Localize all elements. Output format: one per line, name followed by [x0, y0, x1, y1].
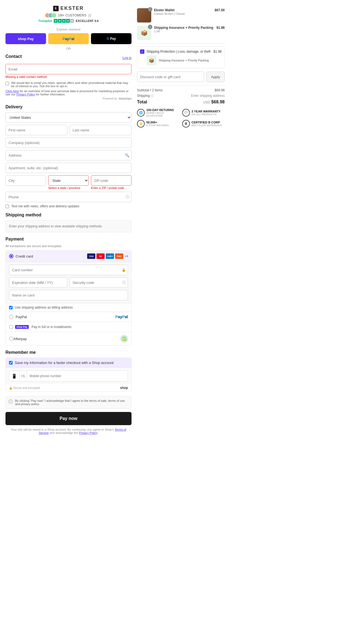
- avatar: [52, 13, 56, 18]
- order-summary: 1 Ekster Wallet Classic Brown | Classic …: [137, 5, 225, 639]
- shoppay-radio[interactable]: [9, 325, 13, 329]
- wallet-image: 1: [137, 8, 151, 22]
- payment-title: Payment: [5, 237, 132, 242]
- discover-logo: DISC: [115, 253, 123, 259]
- afterpay-radio[interactable]: [9, 337, 13, 341]
- shipping-image: 📦 1: [137, 26, 151, 40]
- contact-section: Contact Log in Missing a valid contact m…: [5, 54, 132, 100]
- privacy-policy-footer-link[interactable]: Privacy Policy: [79, 431, 98, 434]
- shipping-icon: 📦: [141, 30, 148, 36]
- paypal-logo-text: PayPal: [115, 315, 128, 319]
- sms-checkbox[interactable]: [5, 205, 9, 208]
- phone-input-row: 📱 +1: [9, 371, 128, 382]
- name-on-card-field[interactable]: [9, 290, 128, 300]
- city-field[interactable]: [5, 175, 46, 186]
- expiry-field[interactable]: [9, 277, 67, 288]
- gpay-button[interactable]: G Pay: [91, 33, 132, 44]
- billing-checkbox[interactable]: [9, 306, 13, 309]
- logo-icon: E: [53, 6, 59, 11]
- lock-icon: 🔒: [122, 268, 126, 272]
- returns-title: 100-DAY RETURNS: [146, 108, 179, 112]
- remember-header: Save my information for a faster checkou…: [6, 358, 131, 368]
- order-item-wallet: 1 Ekster Wallet Classic Brown | Classic …: [137, 8, 225, 22]
- total-value: USD $68.98: [203, 100, 225, 104]
- bcorp-sub: RECYCLED MATERIALS: [192, 124, 222, 127]
- trust-badge-returns: 🌐 100-DAY RETURNS MONEY-BACK GUARANTEE: [137, 108, 179, 117]
- email-field[interactable]: [5, 64, 132, 74]
- protection-item-text: Shipping Insurance + Priority Packing: [159, 59, 209, 62]
- shoppay-label: Pay in full or in installments: [32, 325, 71, 329]
- protection-item-img: 📦: [147, 55, 156, 65]
- shipping-price: $1.98: [216, 26, 225, 30]
- remember-section: Remember me Save my information for a fa…: [5, 350, 132, 392]
- visa-logo: VISA: [87, 253, 95, 259]
- zip-field[interactable]: [91, 175, 132, 186]
- sms-label: Text me with news, offers and delivery u…: [11, 204, 79, 208]
- discount-input[interactable]: [137, 72, 204, 82]
- shipping-info-icon-small: ⓘ: [151, 94, 154, 97]
- credit-card-radio[interactable]: [9, 254, 13, 258]
- wallet-name: Ekster Wallet: [154, 8, 212, 12]
- login-link[interactable]: Log in: [122, 56, 132, 60]
- address-field[interactable]: [5, 150, 132, 160]
- company-field[interactable]: [5, 137, 132, 148]
- paypal-radio[interactable]: [9, 315, 13, 319]
- warranty-title: 2 YEAR WARRANTY: [192, 110, 221, 113]
- protection-box: ✓ Shipping Protection | Loss, damage, or…: [137, 46, 225, 68]
- totals-divider: [137, 85, 225, 86]
- shipping-value: Enter shipping address: [191, 94, 225, 98]
- afterpay-logo: 🔁: [120, 335, 128, 343]
- apply-button[interactable]: Apply: [206, 72, 225, 82]
- remember-body: 📱 +1: [6, 368, 131, 384]
- trust-badge-reviews: ⭐ 50,000+ 5-STAR REVIEWS: [137, 120, 179, 128]
- shipping-title: Shipping method: [5, 213, 132, 218]
- logo-text: EKSTER: [60, 5, 84, 11]
- warranty-sub: ON ALL PRODUCTS: [192, 113, 221, 116]
- protection-checkbox[interactable]: ✓: [140, 49, 144, 54]
- afterpay-option[interactable]: Afterpay 🔁: [6, 332, 131, 345]
- shipping-method-section: Shipping method Enter your shipping addr…: [5, 213, 132, 232]
- shop-brand: shop: [120, 386, 128, 390]
- discount-row: Apply: [137, 72, 225, 82]
- gpay-label: G Pay: [107, 37, 116, 41]
- privacy-policy-link[interactable]: Privacy Policy: [16, 93, 35, 96]
- wallet-price: $67.00: [215, 8, 225, 12]
- express-checkout: Express checkout shop Pay PayPal G Pay O…: [5, 28, 132, 50]
- remember-checkbox[interactable]: [9, 361, 13, 365]
- secure-text: All transactions are secure and encrypte…: [5, 244, 132, 248]
- mobile-phone-field[interactable]: [27, 371, 128, 381]
- phone-country-code: +1: [19, 371, 27, 381]
- policy-info-icon: ⓘ: [8, 399, 13, 404]
- paypal-express-label: PayPal: [63, 37, 75, 41]
- first-name-field[interactable]: [5, 125, 67, 135]
- newsletter-checkbox[interactable]: [5, 82, 9, 85]
- state-select[interactable]: State: [48, 175, 89, 186]
- shipping-info-box: Enter your shipping address to view avai…: [5, 220, 132, 232]
- wallet-variant: Classic Brown | Classic: [154, 12, 212, 15]
- card-number-field[interactable]: [9, 265, 128, 275]
- bcorp-title: CERTIFIED B CORP: [192, 121, 222, 124]
- shop-pay-button[interactable]: shop Pay: [5, 33, 46, 44]
- shipping-label: Shipping ⓘ: [137, 94, 154, 98]
- country-select[interactable]: United States: [5, 112, 132, 123]
- phone-field[interactable]: [5, 192, 132, 202]
- security-code-field[interactable]: [70, 277, 128, 288]
- paypal-express-button[interactable]: PayPal: [48, 33, 89, 44]
- security-info-icon: ⓘ: [122, 280, 126, 285]
- shop-pay-icon: shop: [18, 37, 26, 41]
- paypal-option[interactable]: PayPal PayPal: [6, 312, 131, 322]
- credit-card-option[interactable]: Credit card VISA MC AMEX DISC +4: [6, 251, 131, 262]
- pay-now-button[interactable]: Pay now: [5, 412, 132, 425]
- phone-flag-icon: 📱: [9, 371, 19, 381]
- last-name-field[interactable]: [70, 125, 132, 135]
- contact-title: Contact: [5, 54, 22, 59]
- protection-row: ✓ Shipping Protection | Loss, damage, or…: [140, 49, 222, 54]
- state-error: Select a state / province: [48, 186, 89, 190]
- privacy-link[interactable]: Click here: [5, 89, 19, 93]
- paypal-label: PayPal: [16, 315, 27, 319]
- shoppay-option[interactable]: shop Pay Pay in full or in installments: [6, 322, 131, 332]
- protection-label: Shipping Protection | Loss, damage, or t…: [147, 50, 211, 53]
- returns-sub: MONEY-BACK GUARANTEE: [146, 112, 179, 117]
- apartment-field[interactable]: [5, 163, 132, 173]
- shipping-name: Shipping Insurance + Priority Packing: [154, 26, 214, 30]
